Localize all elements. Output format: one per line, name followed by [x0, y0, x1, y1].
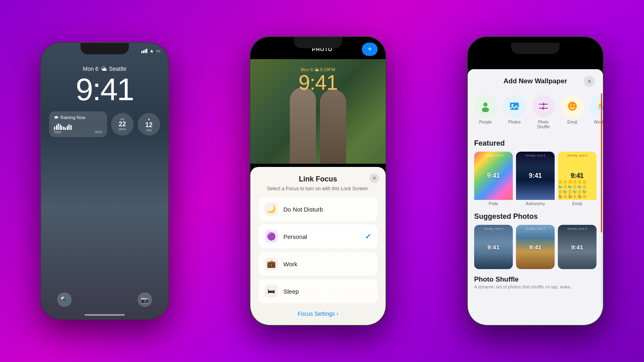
phone2-notch	[294, 37, 342, 48]
phone1-weather-widget: 🌧 Raining Now Now 60m	[49, 111, 107, 137]
dnd-icon: 🌙	[265, 203, 278, 216]
phone1-status-icons: ▲ ▭	[141, 48, 160, 53]
svg-point-0	[483, 103, 487, 107]
wp-icon-people[interactable]: People	[474, 95, 497, 130]
city-img: Sunday, June 5 9:41	[558, 225, 597, 269]
suggested-thumb-desert[interactable]: Sunday, June 5 9:41	[516, 225, 555, 269]
svg-point-6	[574, 105, 575, 106]
photo-figures	[286, 83, 350, 164]
svg-point-1	[482, 107, 489, 112]
photo-shuffle-title: Photo Shuffle	[474, 276, 597, 284]
phone3-frame: Add New Wallpaper ✕ People	[467, 36, 604, 326]
scrollbar-track	[601, 93, 602, 325]
people-icon	[474, 95, 497, 117]
signal-bars-icon	[141, 49, 147, 53]
phone2-photo-area: Mon 6 🌥 8:29PM 9:41	[250, 59, 386, 164]
thumb-pride[interactable]: Monday, June 6 9:41 Pride	[474, 152, 513, 208]
focus-settings-link[interactable]: Focus Settings ›	[258, 306, 378, 321]
wallpaper-panel: Add New Wallpaper ✕ People	[468, 69, 603, 325]
phone3-screen: Add New Wallpaper ✕ People	[468, 37, 603, 325]
focus-item-work[interactable]: 💼 Work	[258, 252, 378, 276]
thumb-astronomy[interactable]: Monday, June 6 9:41 Astronomy	[516, 152, 555, 208]
figure-left	[290, 87, 316, 164]
bridge-img: Sunday, June 5 9:41	[474, 225, 513, 269]
modal-subtitle: Select a Focus to turn on with this Lock…	[258, 186, 378, 191]
suggested-label: Suggested Photos	[474, 212, 597, 221]
phone1-widgets: 🌧 Raining Now Now 60m	[41, 105, 168, 144]
phone1-big-time: 9:41	[41, 74, 168, 105]
emoji-icon	[561, 95, 584, 117]
suggested-grid: Sunday, June 5 9:41 Sunday, June 5 9:41	[474, 225, 597, 269]
check-icon: ✓	[365, 232, 371, 241]
phone1-date-label: Mon 6 🌥 Seattle	[41, 66, 168, 72]
phone1-notch	[80, 43, 129, 54]
wifi-icon: ▲	[149, 48, 154, 53]
battery-icon: ▭	[156, 48, 160, 53]
phone2-frame: PHOTO + Mon 6 🌥 8:29PM 9:41 ✕ Li	[250, 36, 386, 326]
personal-icon: 🟣	[265, 230, 278, 243]
photos-icon	[503, 95, 526, 117]
flashlight-icon[interactable]: 🔦	[57, 292, 72, 307]
thumb-emoji-featured[interactable]: Monday, June 6 9:41 🐥🐥🐥🐥🐥🐥🐦🐥🐦🐥🐦🐥🐥🐦🐥🐦🐥🐦🦆🐥…	[558, 152, 597, 208]
scrollbar-thumb	[601, 93, 602, 232]
featured-grid: Monday, June 6 9:41 Pride Monday, June 6…	[468, 152, 603, 208]
wp-icon-emoji[interactable]: Emoji	[561, 95, 584, 130]
modal-close-btn[interactable]: ✕	[369, 173, 379, 183]
phone2-screen: PHOTO + Mon 6 🌥 8:29PM 9:41 ✕ Li	[250, 37, 386, 325]
photo-overlay-time: Mon 6 🌥 8:29PM 9:41	[250, 67, 386, 93]
panel-close-btn[interactable]: ✕	[584, 76, 595, 87]
phone1-aqi-widget: ● 12 AQI	[138, 113, 160, 136]
link-focus-modal: ✕ Link Focus Select a Focus to turn on w…	[250, 167, 386, 325]
svg-point-4	[568, 102, 577, 111]
emoji-featured-img: Monday, June 6 9:41 🐥🐥🐥🐥🐥🐥🐦🐥🐦🐥🐦🐥🐥🐦🐥🐦🐥🐦🦆🐥…	[558, 152, 597, 200]
phone1-wind-widget: NE 22 MPH	[111, 113, 134, 136]
figure-right	[320, 89, 346, 164]
panel-scrollable: People Photos	[468, 92, 603, 325]
wp-icon-photo-shuffle[interactable]: Photo Shuffle	[532, 95, 555, 130]
phone3-notch	[511, 43, 559, 54]
wallpaper-type-icons: People Photos	[468, 92, 603, 136]
emoji-pattern: 🐥🐥🐥🐥🐥🐥🐦🐥🐦🐥🐦🐥🐥🐦🐥🐦🐥🐦🦆🐥🦆🐥🦆🐥	[558, 180, 597, 200]
modal-title: Link Focus	[258, 175, 378, 183]
focus-item-personal[interactable]: 🟣 Personal ✓	[258, 224, 378, 249]
phone2-plus-btn[interactable]: +	[362, 43, 378, 56]
focus-item-sleep[interactable]: 🛏 Sleep	[258, 279, 378, 303]
panel-title: Add New Wallpaper	[487, 77, 584, 85]
phone1-frame: ▲ ▭ Mon 6 🌥 Seattle 9:41 🌧 Raining Now	[40, 42, 169, 320]
astronomy-img: Monday, June 6 9:41	[516, 152, 555, 200]
photo-shuffle-subtitle: A dynamic set of photos that shuffle on …	[474, 284, 597, 289]
svg-point-5	[570, 105, 572, 106]
wp-icon-photos[interactable]: Photos	[503, 95, 526, 130]
featured-label: Featured	[468, 136, 603, 152]
suggested-thumb-bridge[interactable]: Sunday, June 5 9:41	[474, 225, 513, 269]
suggested-thumb-city[interactable]: Sunday, June 5 9:41	[558, 225, 597, 269]
phone1-screen: ▲ ▭ Mon 6 🌥 Seattle 9:41 🌧 Raining Now	[41, 43, 168, 319]
weather-bars	[54, 122, 102, 130]
desert-img: Sunday, June 5 9:41	[516, 225, 555, 269]
focus-item-dnd[interactable]: 🌙 Do Not Disturb	[258, 197, 378, 221]
pride-img: Monday, June 6 9:41	[474, 152, 513, 200]
photo-shuffle-icon	[532, 95, 555, 117]
suggested-photos-section: Suggested Photos Sunday, June 5 9:41	[468, 208, 603, 272]
phone3-notch-area	[468, 43, 603, 54]
panel-header: Add New Wallpaper ✕	[468, 69, 603, 92]
photo-shuffle-section: Photo Shuffle A dynamic set of photos th…	[468, 272, 603, 292]
svg-rect-2	[510, 103, 519, 110]
camera-icon[interactable]: 📷	[138, 292, 152, 307]
svg-point-3	[512, 104, 514, 106]
phone1-bottom-tools: 🔦 📷	[41, 292, 168, 307]
work-icon: 💼	[265, 257, 278, 270]
home-indicator	[85, 314, 125, 316]
sleep-icon: 🛏	[265, 285, 278, 298]
phone2-photo-bg: Mon 6 🌥 8:29PM 9:41	[250, 59, 386, 164]
